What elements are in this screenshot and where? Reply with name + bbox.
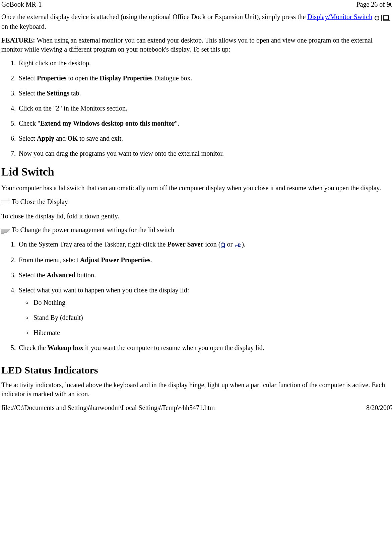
close-display-text: To close the display lid, fold it down g… xyxy=(1,212,392,221)
feature-label: FEATURE: xyxy=(1,37,35,44)
procedure-heading-close-display: To Close the Display xyxy=(1,197,392,207)
procedure-label: To Change the power management settings … xyxy=(10,226,174,233)
display-monitor-switch-link[interactable]: Display/Monitor Switch xyxy=(307,13,372,20)
list-item: Do Nothing xyxy=(32,298,392,307)
list-item: Select Properties to open the Display Pr… xyxy=(17,74,392,83)
procedure-icon xyxy=(1,198,10,207)
intro-text-2: on the keyboard. xyxy=(1,23,46,30)
lid-options-sublist: Do Nothing Stand By (default) Hibernate xyxy=(19,298,392,337)
list-item: Select the Settings tab. xyxy=(17,89,392,98)
list-item: Select Apply and OK to save and exit. xyxy=(17,134,392,143)
lid-switch-heading: Lid Switch xyxy=(1,165,392,178)
list-item: Check "Extend my Windows desktop onto th… xyxy=(17,119,392,128)
doc-title: GoBook MR-1 xyxy=(1,1,42,8)
list-item: Right click on the desktop. xyxy=(17,59,392,68)
power-saver-battery-icon xyxy=(220,240,225,250)
feature-paragraph: FEATURE: When using an external monitor … xyxy=(1,36,392,54)
list-item: Check the Wakeup box if you want the com… xyxy=(17,343,392,352)
list-item: Click on the "2" in the Monitors section… xyxy=(17,104,392,113)
intro-text-1: Once the external display device is atta… xyxy=(1,13,307,20)
list-item: Hibernate xyxy=(32,328,392,337)
list-item: Now you can drag the programs you want t… xyxy=(17,149,392,158)
display-monitor-switch-icon xyxy=(374,13,390,22)
footer-date: 8/20/2007 xyxy=(366,404,392,412)
led-text: The activity indicators, located above t… xyxy=(1,381,392,399)
list-item: From the menu, select Adjust Power Prope… xyxy=(17,256,392,265)
feature-steps-list: Right click on the desktop. Select Prope… xyxy=(1,59,392,158)
svg-point-0 xyxy=(375,16,379,20)
feature-text: When using an external monitor you can e… xyxy=(1,37,373,53)
file-path: file://C:\Documents and Settings\harwood… xyxy=(1,404,215,412)
lid-steps-list: On the System Tray area of the Taskbar, … xyxy=(1,240,392,352)
procedure-icon xyxy=(1,226,10,235)
intro-paragraph: Once the external display device is atta… xyxy=(1,12,392,31)
power-saver-plug-icon xyxy=(234,240,242,250)
lid-intro: Your computer has a lid switch that can … xyxy=(1,184,392,193)
list-item: Select the Advanced button. xyxy=(17,271,392,280)
svg-rect-2 xyxy=(383,16,389,20)
procedure-label: To Close the Display xyxy=(10,198,68,205)
procedure-heading-change-power: To Change the power management settings … xyxy=(1,225,392,235)
svg-rect-16 xyxy=(222,246,224,247)
led-heading: LED Status Indicators xyxy=(1,364,392,376)
list-item: Select what you want to happen when you … xyxy=(17,286,392,337)
page-indicator: Page 26 of 90 xyxy=(356,1,392,8)
list-item: Stand By (default) xyxy=(32,313,392,322)
list-item: On the System Tray area of the Taskbar, … xyxy=(17,240,392,250)
